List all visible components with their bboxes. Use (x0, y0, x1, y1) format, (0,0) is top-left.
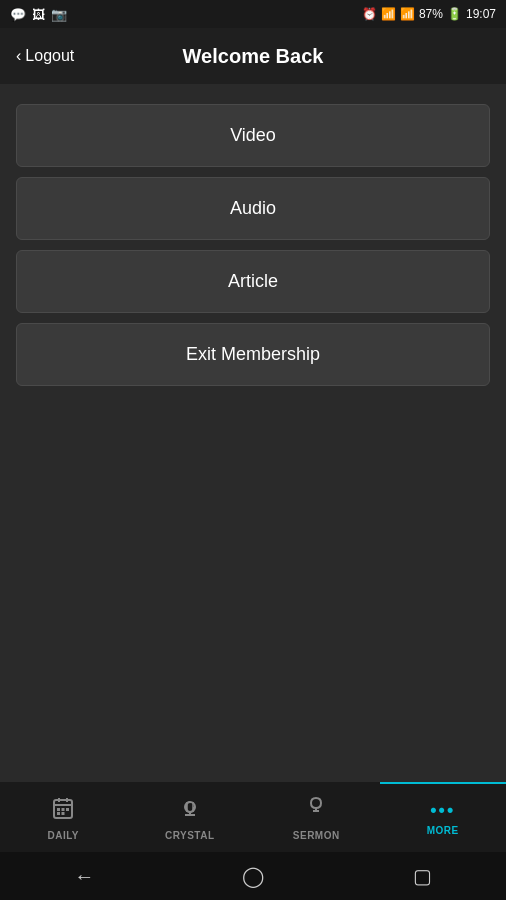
system-bar: ← ◯ ▢ (0, 852, 506, 900)
more-icon: ••• (430, 800, 455, 821)
exit-membership-button[interactable]: Exit Membership (16, 323, 490, 386)
header: ‹ Logout Welcome Back (0, 28, 506, 84)
whatsapp-icon: 💬 (10, 7, 26, 22)
camera-icon: 📷 (51, 7, 67, 22)
back-button[interactable]: ← (54, 857, 114, 896)
svg-rect-6 (66, 808, 69, 811)
battery-icon: 🔋 (447, 7, 462, 21)
page-title: Welcome Back (183, 45, 324, 68)
main-content: Video Audio Article Exit Membership (0, 84, 506, 782)
battery-percent: 87% (419, 7, 443, 21)
crystal-label: CRYSTAL (165, 830, 215, 841)
daily-label: DAILY (47, 830, 79, 841)
bottom-navigation: DAILY CRYSTAL SERMON ••• MORE (0, 782, 506, 852)
alarm-icon: ⏰ (362, 7, 377, 21)
status-bar: 💬 🖼 📷 ⏰ 📶 📶 87% 🔋 19:07 (0, 0, 506, 28)
article-button[interactable]: Article (16, 250, 490, 313)
daily-icon (51, 796, 75, 826)
status-icons-right: ⏰ 📶 📶 87% 🔋 19:07 (362, 7, 496, 21)
video-button[interactable]: Video (16, 104, 490, 167)
nav-item-sermon[interactable]: SERMON (253, 782, 380, 852)
back-arrow-icon: ‹ (16, 47, 21, 65)
svg-rect-4 (57, 808, 60, 811)
crystal-icon (178, 796, 202, 826)
more-label: MORE (427, 825, 459, 836)
signal-icon: 📶 (400, 7, 415, 21)
wifi-icon: 📶 (381, 7, 396, 21)
nav-item-more[interactable]: ••• MORE (380, 782, 507, 852)
sermon-icon (304, 796, 328, 826)
audio-button[interactable]: Audio (16, 177, 490, 240)
home-button[interactable]: ◯ (222, 856, 284, 896)
image-icon: 🖼 (32, 7, 45, 22)
sermon-label: SERMON (293, 830, 340, 841)
logout-button[interactable]: ‹ Logout (16, 47, 74, 65)
time: 19:07 (466, 7, 496, 21)
nav-item-crystal[interactable]: CRYSTAL (127, 782, 254, 852)
status-icons-left: 💬 🖼 📷 (10, 7, 67, 22)
logout-label: Logout (25, 47, 74, 65)
svg-rect-5 (62, 808, 65, 811)
nav-item-daily[interactable]: DAILY (0, 782, 127, 852)
recents-button[interactable]: ▢ (393, 856, 452, 896)
svg-rect-7 (57, 812, 60, 815)
svg-rect-8 (62, 812, 65, 815)
